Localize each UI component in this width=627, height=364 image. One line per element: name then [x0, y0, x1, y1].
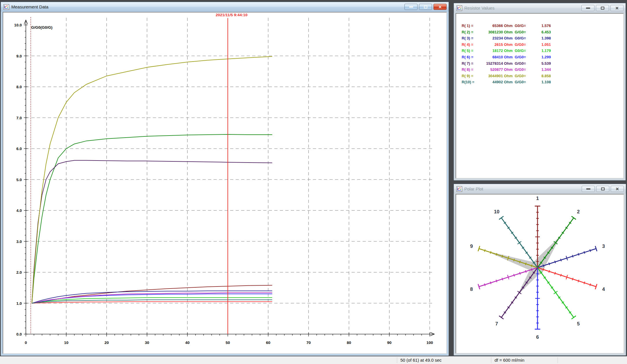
ratio-label: Ohm G/G0=: [503, 73, 526, 79]
app-icon: [3, 4, 9, 10]
svg-text:9.0: 9.0: [16, 54, 22, 58]
polar-ray-label-4: 4: [602, 286, 605, 292]
resistor-values-list: R( 1) =65366 Ohm G0/G=1.576R( 2) =308123…: [456, 14, 623, 85]
svg-text:100: 100: [427, 340, 433, 345]
measurement-window-titlebar[interactable]: Measurement Data ✕: [1, 2, 449, 12]
resistance-value: 23234: [480, 35, 503, 42]
resistor-label: R( 5) =: [462, 48, 480, 54]
ratio-label: Ohm G0/G=: [503, 48, 526, 54]
gridlines: [26, 18, 434, 334]
polar-window-title: Polar Plot: [464, 186, 580, 191]
minimize-button[interactable]: [581, 5, 594, 11]
polar-ray-2: [538, 216, 576, 268]
svg-text:1.0: 1.0: [16, 301, 22, 306]
ratio-value: 1.051: [528, 42, 551, 48]
minimize-icon: [586, 188, 590, 190]
ratio-value: 1.398: [528, 35, 551, 42]
polar-window-titlebar[interactable]: Polar Plot ✕: [454, 184, 626, 194]
resistor-row: R( 4) =2615 Ohm G/G0=1.051: [462, 42, 623, 48]
resistor-window-titlebar[interactable]: Resistor Values ✕: [454, 3, 626, 13]
close-button[interactable]: ✕: [610, 5, 624, 11]
resistor-row: R( 6) =68410 Ohm G/G0=1.299: [462, 54, 623, 60]
svg-text:8.0: 8.0: [16, 85, 22, 89]
svg-text:5.0: 5.0: [16, 178, 22, 182]
axis-ticks: [24, 25, 430, 336]
resistor-label: R( 3) =: [462, 35, 480, 42]
minimize-icon: [586, 8, 590, 9]
ratio-label: Ohm G/G0=: [503, 42, 526, 48]
ratio-value: 5.539: [528, 60, 551, 67]
svg-text:20: 20: [104, 340, 109, 345]
resistor-label: R( 1) =: [462, 23, 480, 29]
polar-ray-label-8: 8: [470, 286, 473, 292]
ratio-value: 6.453: [528, 29, 551, 35]
svg-text:40: 40: [185, 340, 189, 345]
resistor-label: R( 8) =: [462, 66, 480, 73]
polar-ray-label-9: 9: [470, 244, 473, 249]
restore-button[interactable]: [596, 5, 609, 11]
svg-text:7.0: 7.0: [16, 116, 22, 120]
app-icon: [456, 186, 462, 192]
ratio-value: 1.179: [528, 48, 551, 54]
svg-text:80: 80: [347, 340, 351, 345]
ratio-label: Ohm G0/G=: [503, 23, 526, 29]
resistor-values-window: Resistor Values ✕ R( 1) =65366 Ohm G0/G=…: [454, 3, 626, 181]
measurement-data-window: Measurement Data ✕ 010203040506070809010…: [1, 2, 449, 356]
resistance-value: 520877: [480, 66, 503, 73]
resistance-value: 15278314: [480, 60, 503, 67]
app-icon: [456, 5, 462, 11]
close-icon: ✕: [438, 5, 442, 9]
minimize-icon: [409, 6, 413, 8]
svg-text:50: 50: [225, 340, 230, 345]
svg-text:70: 70: [306, 340, 311, 345]
minimize-button[interactable]: [404, 4, 418, 10]
resistor-label: R( 6) =: [462, 54, 480, 60]
svg-text:10.0: 10.0: [14, 23, 22, 27]
polar-plot-area: 12345678910: [456, 194, 624, 354]
svg-text:90: 90: [387, 340, 391, 345]
polar-ray-label-3: 3: [602, 244, 605, 249]
status-flow-rate: df = 600 ml/min: [495, 356, 524, 364]
resistance-value: 65366: [480, 23, 503, 29]
resistor-row: R( 7) =15278314 Ohm G/G0=5.539: [462, 60, 623, 67]
y-axis-annotation: G/G0(G0/G): [31, 25, 53, 30]
status-bar: 50 (of 61) at 49.0 sec df = 600 ml/min: [0, 356, 627, 364]
polar-ray-label-1: 1: [536, 196, 539, 201]
resistor-values-area: R( 1) =65366 Ohm G0/G=1.576R( 2) =308123…: [456, 13, 624, 179]
resistor-window-title: Resistor Values: [464, 6, 580, 10]
minimize-button[interactable]: [582, 186, 595, 192]
resistor-row: R( 8) =520877 Ohm G/G0=1.344: [462, 66, 623, 73]
resistor-row: R( 1) =65366 Ohm G0/G=1.576: [462, 23, 623, 29]
close-button[interactable]: ✕: [611, 186, 624, 192]
resistance-value: 3081230: [480, 29, 503, 35]
measurement-line-chart: 01020304050607080901000.01.02.03.04.05.0…: [3, 12, 447, 354]
restore-button[interactable]: [419, 4, 432, 10]
resistance-value: 3044901: [480, 73, 503, 79]
restore-button[interactable]: [596, 186, 609, 192]
resistance-value: 18172: [480, 48, 503, 54]
series-r9: [32, 57, 272, 303]
polar-value-polygon: [486, 235, 561, 295]
ratio-label: Ohm G/G0=: [503, 66, 526, 73]
polar-ray-label-6: 6: [536, 334, 539, 340]
svg-text:60: 60: [266, 340, 270, 345]
measurement-window-title: Measurement Data: [11, 4, 403, 9]
ratio-value: 8.858: [528, 73, 551, 79]
resistor-label: R(10) =: [462, 79, 480, 85]
polar-ray-label-10: 10: [494, 209, 499, 215]
resistance-value: 68410: [480, 54, 503, 60]
polar-radar-chart: 12345678910: [456, 194, 624, 354]
series-r2: [32, 134, 272, 303]
svg-text:6.0: 6.0: [16, 147, 22, 151]
ratio-value: 1.108: [528, 79, 551, 85]
ratio-label: Ohm G/G0=: [503, 60, 526, 67]
close-button[interactable]: ✕: [433, 4, 447, 10]
resistor-label: R( 2) =: [462, 29, 480, 35]
data-series: [32, 57, 272, 303]
ratio-label: Ohm G/G0=: [503, 54, 526, 60]
polar-ray-label-7: 7: [495, 321, 498, 327]
measurement-chart-area: 01020304050607080901000.01.02.03.04.05.0…: [3, 12, 447, 354]
resistance-value: 44902: [480, 79, 503, 85]
svg-text:30: 30: [145, 340, 149, 345]
resistor-row: R( 2) =3081230 Ohm G/G0=6.453: [462, 29, 623, 35]
